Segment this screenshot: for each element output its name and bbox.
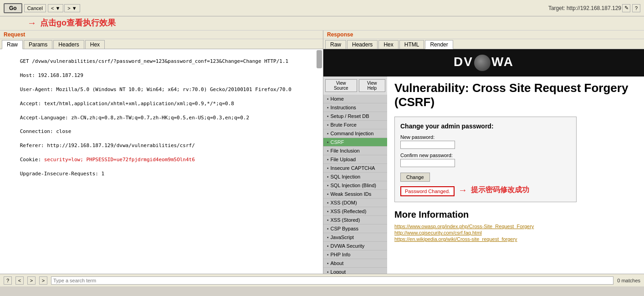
nav-item-instructions[interactable]: •Instructions [323, 103, 387, 112]
annotation-bar: → 点击go查看执行效果 [0, 16, 644, 31]
link-wikipedia[interactable]: https://en.wikipedia.org/wiki/Cross-site… [394, 236, 637, 242]
dvwa-nav: View Source View Help •Home •Instruction… [323, 77, 387, 274]
pwd-changed-row: Password Changed. → 提示密码修改成功 [400, 184, 571, 196]
tab-params[interactable]: Params [24, 40, 52, 49]
view-source-button[interactable]: View Source [325, 79, 357, 92]
pwd-annotation-text: 提示密码修改成功 [471, 185, 529, 195]
tab-render-response[interactable]: Render [425, 40, 453, 49]
nav-bullet: • [327, 261, 329, 266]
nav-bullet: • [327, 244, 329, 249]
tab-raw-response[interactable]: Raw [325, 40, 346, 49]
nav-item-insecure-captcha[interactable]: •Insecure CAPTCHA [323, 164, 387, 173]
nav-bullet: • [327, 97, 329, 102]
nav-item-command-injection[interactable]: •Command Injection [323, 129, 387, 138]
response-tab-bar: Raw Headers Hex HTML Render [323, 39, 644, 49]
nav-bullet: • [327, 174, 329, 179]
nav-bullet: • [327, 157, 329, 162]
dvwa-links: https://www.owasp.org/index.php/Cross-Si… [394, 224, 637, 242]
cancel-button[interactable]: Cancel [24, 4, 46, 12]
nav-item-xss-stored[interactable]: •XSS (Stored) [323, 216, 387, 225]
password-change-form: Change your admin password: New password… [394, 117, 577, 202]
nav-bullet: • [327, 122, 329, 128]
response-label: Response [323, 31, 644, 39]
back-button[interactable]: < ▼ [48, 4, 63, 12]
more-info-section: More Information https://www.owasp.org/i… [394, 209, 637, 242]
nav-bullet: • [327, 192, 329, 197]
go-arrow-icon: → [27, 18, 36, 28]
nav-item-sql-injection[interactable]: •SQL Injection [323, 173, 387, 181]
tab-headers[interactable]: Headers [53, 40, 84, 49]
nav-bullet: • [327, 209, 329, 214]
nav-bullet: • [327, 114, 329, 119]
help-bottom-button[interactable]: ? [4, 276, 12, 285]
top-toolbar: Go Cancel < ▼ > ▼ Target: http://192.168… [0, 0, 644, 16]
request-line6: Connection: close [20, 128, 72, 134]
tab-hex[interactable]: Hex [85, 40, 105, 49]
help-button[interactable]: ? [632, 4, 640, 12]
request-line9: Upgrade-Insecure-Requests: 1 [20, 171, 104, 177]
request-line4: Accept: text/html,application/xhtml+xml,… [20, 101, 234, 107]
nav-item-javascript[interactable]: •JavaScript [323, 233, 387, 242]
confirm-password-label: Confirm new password: [400, 153, 571, 158]
nav-item-csp-bypass[interactable]: •CSP Bypass [323, 225, 387, 233]
edit-icons: ✎ ? [622, 4, 640, 12]
nav-item-xss-reflected[interactable]: •XSS (Reflected) [323, 207, 387, 216]
link-owasp[interactable]: https://www.owasp.org/index.php/Cross-Si… [394, 224, 637, 229]
password-changed-msg: Password Changed. [400, 186, 455, 196]
nav-item-dvwa-security[interactable]: •DVWA Security [323, 242, 387, 250]
success-arrow-icon: → [458, 185, 467, 195]
request-cookie-value: security=low; PHPSESSID=ue72fpjdrmgid4eo… [44, 157, 195, 163]
dvwa-logo-circle [474, 55, 491, 71]
dvwa-body: View Source View Help •Home •Instruction… [323, 77, 644, 274]
nav-bullet: • [327, 140, 329, 145]
nav-item-home[interactable]: •Home [323, 95, 387, 103]
tab-hex-response[interactable]: Hex [378, 40, 398, 49]
target-info: Target: http://192.168.187.129 [548, 5, 621, 11]
link-cgisecurity[interactable]: http://www.cgisecurity.com/csrf.faq.html [394, 230, 637, 235]
go-button[interactable]: Go [4, 3, 22, 13]
new-password-label: New password: [400, 134, 571, 140]
nav-item-setup[interactable]: •Setup / Reset DB [323, 112, 387, 121]
dvwa-nav-btn-row: View Source View Help [323, 77, 387, 95]
next-bottom-button[interactable]: > [39, 276, 47, 285]
confirm-password-row: Confirm new password: [400, 153, 571, 167]
nav-bullet: • [327, 218, 329, 223]
nav-bullet: • [327, 226, 329, 231]
request-cookie-label: Cookie: [20, 157, 44, 163]
page-title: Vulnerability: Cross Site Request Forger… [394, 81, 637, 109]
tab-headers-response[interactable]: Headers [347, 40, 378, 49]
nav-bullet: • [327, 252, 329, 257]
forward-button[interactable]: > ▼ [64, 4, 80, 12]
tab-raw[interactable]: Raw [2, 40, 23, 49]
nav-item-xss-dom[interactable]: •XSS (DOM) [323, 199, 387, 207]
nav-item-file-upload[interactable]: •File Upload [323, 155, 387, 164]
nav-item-about[interactable]: •About [323, 259, 387, 268]
forward-bottom-button[interactable]: > [27, 276, 36, 285]
nav-bullet: • [327, 105, 329, 110]
nav-bullet: • [327, 235, 329, 240]
nav-bullet: • [327, 270, 329, 274]
nav-bullet: • [327, 148, 329, 153]
view-help-button[interactable]: View Help [359, 79, 385, 92]
new-password-input[interactable] [400, 141, 455, 149]
nav-item-weak-session[interactable]: •Weak Session IDs [323, 190, 387, 199]
new-password-row: New password: [400, 134, 571, 149]
nav-item-brute-force[interactable]: •Brute Force [323, 121, 387, 129]
nav-item-csrf[interactable]: •CSRF [323, 138, 387, 147]
tab-html-response[interactable]: HTML [399, 40, 424, 49]
nav-item-file-inclusion[interactable]: •File Inclusion [323, 147, 387, 155]
change-button[interactable]: Change [400, 173, 430, 182]
confirm-password-input[interactable] [400, 159, 455, 167]
search-input[interactable] [51, 276, 613, 285]
dvwa-logo: DVWA [454, 55, 514, 71]
nav-bullet: • [327, 131, 329, 136]
more-info-heading: More Information [394, 209, 637, 220]
back-bottom-button[interactable]: < [15, 276, 24, 285]
edit-button[interactable]: ✎ [622, 4, 630, 12]
nav-item-php-info[interactable]: •PHP Info [323, 250, 387, 259]
request-label: Request [0, 31, 323, 39]
scrollbar-thumb[interactable] [317, 50, 322, 68]
nav-item-logout[interactable]: •Logout [323, 268, 387, 274]
render-content: DVWA View Source View Help •Home •Instru… [323, 49, 644, 274]
nav-item-sql-blind[interactable]: •SQL Injection (Blind) [323, 181, 387, 190]
